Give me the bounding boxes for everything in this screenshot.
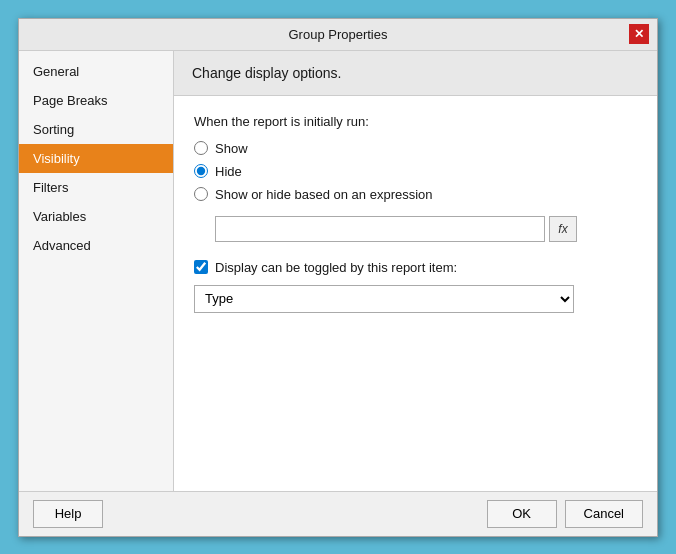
toggle-section: Display can be toggled by this report it… <box>194 260 637 313</box>
radio-row-hide: Hide <box>194 164 637 179</box>
radio-expression-label: Show or hide based on an expression <box>215 187 433 202</box>
sidebar-item-filters[interactable]: Filters <box>19 173 173 202</box>
radio-group: Show Hide Show or hide based on an expre… <box>194 141 637 242</box>
content-header: Change display options. <box>174 51 657 96</box>
dialog: Group Properties ✕ General Page Breaks S… <box>18 18 658 537</box>
radio-show-label: Show <box>215 141 248 156</box>
sidebar-item-advanced[interactable]: Advanced <box>19 231 173 260</box>
dialog-body: General Page Breaks Sorting Visibility F… <box>19 51 657 491</box>
type-dropdown[interactable]: Type <box>194 285 574 313</box>
dialog-footer: Help OK Cancel <box>19 491 657 536</box>
radio-expression[interactable] <box>194 187 208 201</box>
title-bar: Group Properties ✕ <box>19 19 657 51</box>
dropdown-row: Type <box>194 285 637 313</box>
sidebar-item-variables[interactable]: Variables <box>19 202 173 231</box>
radio-hide-label: Hide <box>215 164 242 179</box>
close-button[interactable]: ✕ <box>629 24 649 44</box>
radio-row-show: Show <box>194 141 637 156</box>
expression-row: fx <box>215 216 637 242</box>
sidebar-item-page-breaks[interactable]: Page Breaks <box>19 86 173 115</box>
toggle-checkbox[interactable] <box>194 260 208 274</box>
radio-show[interactable] <box>194 141 208 155</box>
checkbox-row: Display can be toggled by this report it… <box>194 260 637 275</box>
sidebar-item-sorting[interactable]: Sorting <box>19 115 173 144</box>
sidebar-item-general[interactable]: General <box>19 57 173 86</box>
dialog-title: Group Properties <box>289 27 388 42</box>
sidebar-item-visibility[interactable]: Visibility <box>19 144 173 173</box>
expression-input[interactable] <box>215 216 545 242</box>
toggle-label: Display can be toggled by this report it… <box>215 260 457 275</box>
footer-right: OK Cancel <box>487 500 643 528</box>
radio-row-expression: Show or hide based on an expression <box>194 187 637 202</box>
radio-hide[interactable] <box>194 164 208 178</box>
content-area: Change display options. When the report … <box>174 51 657 491</box>
section-label: When the report is initially run: <box>194 114 637 129</box>
content-body: When the report is initially run: Show H… <box>174 96 657 491</box>
help-button[interactable]: Help <box>33 500 103 528</box>
footer-left: Help <box>33 500 103 528</box>
sidebar: General Page Breaks Sorting Visibility F… <box>19 51 174 491</box>
ok-button[interactable]: OK <box>487 500 557 528</box>
cancel-button[interactable]: Cancel <box>565 500 643 528</box>
fx-button[interactable]: fx <box>549 216 577 242</box>
